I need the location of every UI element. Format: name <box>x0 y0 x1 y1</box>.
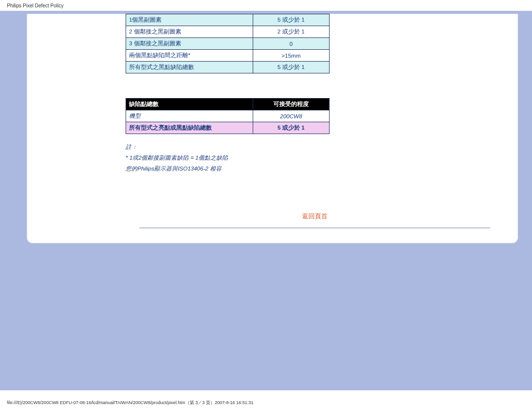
note-line: 您的Philips顯示器與ISO13406-2 相容 <box>126 164 504 174</box>
cell-value: 5 或少於 1 <box>253 62 329 73</box>
cell-label: 1個黑副圖素 <box>126 14 253 26</box>
cell-label: 2 個鄰接之黑副圖素 <box>126 26 253 38</box>
cell-value: >15mm <box>253 50 329 62</box>
divider <box>139 228 490 228</box>
cell-label: 兩個黑點缺陷間之距離* <box>126 50 253 62</box>
table-header-row: 缺陷點總數 可接受的程度 <box>126 99 330 110</box>
header-left: 缺陷點總數 <box>126 99 253 110</box>
page-header-title: Philips Pixel Defect Policy <box>0 0 532 10</box>
model-label: 機型 <box>126 110 253 122</box>
black-defect-table: 1個黑副圖素 5 或少於 1 2 個鄰接之黑副圖素 2 或少於 1 3 個鄰接之… <box>126 14 330 73</box>
cell-label: 3 個鄰接之黑副圖素 <box>126 38 253 50</box>
header-right: 可接受的程度 <box>253 99 329 110</box>
content-panel: 1個黑副圖素 5 或少於 1 2 個鄰接之黑副圖素 2 或少於 1 3 個鄰接之… <box>27 14 518 243</box>
notes-block: 註： * 1或2個鄰接副圖素缺陷 = 1個點之缺陷 您的Philips顯示器與I… <box>126 142 504 174</box>
cell-value: 2 或少於 1 <box>253 26 329 38</box>
cell-value: 0 <box>253 38 329 50</box>
back-to-top-link[interactable]: 返回頁首 <box>126 212 504 221</box>
table-row: 兩個黑點缺陷間之距離* >15mm <box>126 50 330 62</box>
cell-value: 5 或少於 1 <box>253 14 329 26</box>
model-value: 200CW8 <box>253 110 329 122</box>
page-background: 1個黑副圖素 5 或少於 1 2 個鄰接之黑副圖素 2 或少於 1 3 個鄰接之… <box>0 11 532 390</box>
table-row: 1個黑副圖素 5 或少於 1 <box>126 14 330 26</box>
note-line: 註： <box>126 142 504 153</box>
table-row: 3 個鄰接之黑副圖素 0 <box>126 38 330 50</box>
total-label: 所有型式之亮點或黑點缺陷總數 <box>126 122 253 134</box>
note-line: * 1或2個鄰接副圖素缺陷 = 1個點之缺陷 <box>126 153 504 164</box>
total-value: 5 或少於 1 <box>253 122 329 134</box>
total-defect-table: 缺陷點總數 可接受的程度 機型 200CW8 所有型式之亮點或黑點缺陷總數 5 … <box>126 98 330 134</box>
cell-label: 所有型式之黑點缺陷總數 <box>126 62 253 73</box>
table-row: 所有型式之黑點缺陷總數 5 或少於 1 <box>126 62 330 73</box>
footer-path: file:///E|/200CW8/200CW8 EDFU-07-08-16/l… <box>7 400 254 406</box>
table-row: 機型 200CW8 <box>126 110 330 122</box>
table-row: 2 個鄰接之黑副圖素 2 或少於 1 <box>126 26 330 38</box>
table-row: 所有型式之亮點或黑點缺陷總數 5 或少於 1 <box>126 122 330 134</box>
